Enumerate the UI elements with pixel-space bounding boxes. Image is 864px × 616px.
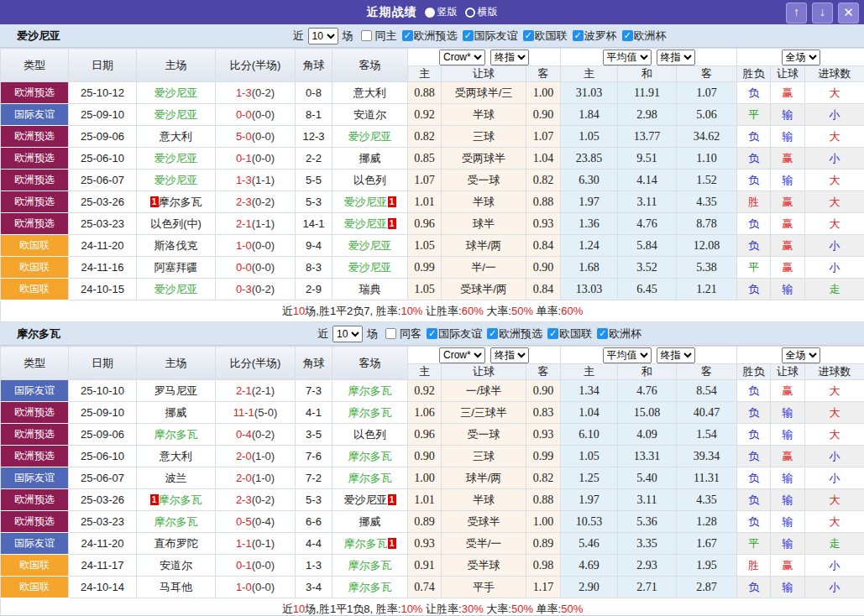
competition-checkbox[interactable]: ✓: [402, 30, 413, 41]
same-venue-checkbox[interactable]: [385, 328, 396, 339]
result-outcome: 负: [737, 577, 771, 598]
team-label: 斯洛伐克: [154, 239, 198, 252]
sub-column-header: 让球: [771, 364, 805, 380]
home-team-cell: 摩尔多瓦: [137, 511, 216, 533]
same-venue-label: 同主: [375, 29, 397, 44]
competition-label: 欧国联: [535, 29, 568, 44]
match-row: 欧洲预选25-06-10爱沙尼亚0-1(0-0)2-2挪威0.85受两球半1.0…: [1, 148, 864, 170]
avg-home-odds: 5.46: [561, 533, 618, 555]
result-goals: 大: [805, 424, 864, 446]
team-label: 挪威: [165, 406, 187, 419]
avg-final-select[interactable]: 终指: [657, 50, 695, 65]
handicap-odds-home: 0.74: [408, 577, 442, 598]
competition-checkbox[interactable]: ✓: [523, 30, 534, 41]
handicap-line: 三/三球半: [442, 402, 526, 424]
sub-column-header: 主: [408, 66, 442, 82]
match-row: 欧国联24-11-20斯洛伐克1-0(0-0)9-4爱沙尼亚1.05球半/两0.…: [1, 235, 864, 257]
competition-checkbox[interactable]: ✓: [487, 328, 498, 339]
avg-final-select[interactable]: 终指: [657, 347, 695, 363]
team-label: 摩尔多瓦: [348, 450, 392, 462]
home-team-cell: 安道尔: [137, 555, 216, 577]
sub-column-header: 和: [618, 364, 677, 380]
match-type-badge: 欧洲预选: [1, 213, 69, 235]
team-name: 爱沙尼亚: [17, 29, 60, 44]
summary-segment: 10: [293, 603, 305, 615]
odds-company-select[interactable]: Crow*: [439, 347, 485, 363]
match-count-select[interactable]: 10: [308, 28, 338, 44]
avg-select[interactable]: 平均值: [603, 50, 652, 65]
match-row: 国际友谊25-10-10罗马尼亚2-1(2-1)7-3摩尔多瓦0.92一/球半0…: [1, 380, 864, 402]
move-down-button[interactable]: ↓: [812, 3, 833, 23]
handicap-line: 球半/两: [442, 467, 526, 489]
away-team-cell: 摩尔多瓦: [333, 446, 408, 467]
competition-checkbox[interactable]: ✓: [547, 328, 558, 339]
score-cell: 1-1(0-1): [216, 533, 296, 555]
match-row: 欧洲预选25-09-06摩尔多瓦0-4(0-2)3-5以色列0.96受一球0.9…: [1, 424, 864, 446]
layout-radio-vertical[interactable]: 竖版: [425, 5, 458, 19]
competition-checkbox[interactable]: ✓: [622, 30, 633, 41]
avg-draw-odds: 5.36: [618, 511, 677, 533]
result-goals: 大: [805, 191, 864, 213]
fulltime-score: 1-3: [236, 86, 252, 99]
window-title: 近期战绩: [367, 5, 417, 20]
result-goals: 小: [805, 467, 864, 489]
result-handicap: 赢: [771, 555, 805, 577]
odds-company-select[interactable]: Crow*: [439, 50, 485, 65]
fulltime-score: 1-0: [236, 239, 252, 252]
team-label: 瑞典: [359, 283, 381, 295]
handicap-odds-away: 0.98: [526, 555, 561, 577]
avg-home-odds: 1.25: [561, 467, 618, 489]
layout-radio-horizontal[interactable]: 横版: [465, 5, 498, 19]
avg-draw-odds: 5.40: [618, 467, 677, 489]
team-label: 摩尔多瓦: [159, 196, 202, 208]
match-count-select[interactable]: 10: [333, 326, 363, 342]
result-handicap: 赢: [771, 191, 805, 213]
avg-select[interactable]: 平均值: [603, 347, 652, 363]
summary-line: 近10场,胜1平1负8, 胜率:10% 让胜率:30% 大率:50% 单率:50…: [1, 598, 864, 616]
avg-draw-odds: 2.98: [618, 104, 677, 126]
odds-company-final-select[interactable]: 终指: [490, 347, 529, 363]
handicap-odds-home: 1.01: [408, 489, 442, 511]
avg-draw-odds: 6.45: [618, 279, 677, 300]
match-date: 25-06-10: [69, 148, 137, 170]
match-row: 欧洲预选25-06-07爱沙尼亚1-3(1-1)5-5以色列1.07受一球0.8…: [1, 170, 864, 191]
handicap-line: 受半球: [442, 555, 526, 577]
handicap-odds-away: 1.00: [526, 511, 561, 533]
match-type-badge: 欧洲预选: [1, 170, 69, 191]
result-handicap: 输: [771, 489, 805, 511]
result-goals: 小: [805, 104, 864, 126]
match-row: 欧国联24-10-15爱沙尼亚0-3(0-2)2-9瑞典1.05受球半/两0.8…: [1, 279, 864, 300]
avg-away-odds: 39.34: [677, 446, 737, 467]
move-up-button[interactable]: ↑: [786, 3, 807, 23]
fulltime-score: 0-5: [236, 515, 252, 528]
odds-company-final-select[interactable]: 终指: [490, 50, 529, 65]
red-card-icon: 1: [150, 494, 159, 505]
competition-label: 欧国联: [559, 326, 592, 342]
avg-draw-odds: 2.93: [618, 555, 677, 577]
close-button[interactable]: ✕: [838, 3, 859, 23]
result-handicap: 输: [771, 104, 805, 126]
avg-home-odds: 13.03: [561, 279, 618, 300]
team-label: 意大利: [160, 130, 192, 143]
summary-segment: 10: [293, 305, 305, 317]
competition-checkbox[interactable]: ✓: [573, 30, 584, 41]
corners-cell: 5-3: [296, 489, 333, 511]
result-goals: 大: [805, 126, 864, 148]
score-cell: 0-0(0-0): [216, 104, 296, 126]
column-header: 主场: [137, 49, 216, 82]
match-type-badge: 欧洲预选: [1, 126, 69, 148]
scope-select[interactable]: 全场: [782, 50, 820, 65]
scope-select[interactable]: 全场: [782, 347, 820, 363]
competition-checkbox[interactable]: ✓: [427, 328, 437, 339]
team-label: 爱沙尼亚: [344, 217, 388, 230]
competition-checkbox[interactable]: ✓: [463, 30, 474, 41]
result-handicap: 输: [771, 511, 805, 533]
column-header: 日期: [69, 49, 137, 82]
team-label: 罗马尼亚: [154, 384, 198, 397]
handicap-odds-away: 0.90: [526, 380, 561, 402]
competition-checkbox[interactable]: ✓: [597, 328, 608, 339]
avg-away-odds: 8.54: [677, 380, 737, 402]
same-venue-checkbox[interactable]: [361, 30, 372, 41]
score-cell: 2-1(1-1): [216, 213, 296, 235]
home-team-cell: 以色列(中): [137, 213, 216, 235]
